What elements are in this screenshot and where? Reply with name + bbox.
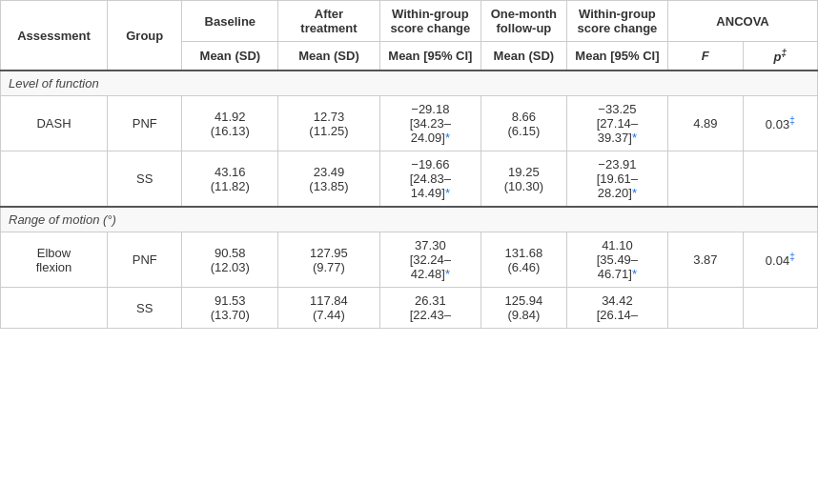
p-value-link[interactable]: ‡ [789,117,795,131]
col-header-baseline: Baseline [182,1,278,42]
cell-one-month: 131.68 (6.46) [481,232,567,288]
table-row: SS43.16 (11.82)23.49 (13.85)−19.66 [24.8… [1,151,818,208]
cell-assessment: DASH [1,96,108,151]
col-header-after-treatment: After treatment [278,1,379,42]
cell-p: 0.04‡ [743,232,817,288]
section-label: Level of function [1,71,818,96]
cell-p [743,151,817,208]
within-group-2-link[interactable]: * [632,267,637,281]
cell-after-treatment: 127.95 (9.77) [278,232,379,288]
within-group-1-link[interactable]: * [445,267,450,281]
col-header-within-group-2: Within-group score change [566,1,667,42]
cell-group: PNF [108,96,182,151]
cell-p: 0.03‡ [743,96,817,151]
within-group-1-link[interactable]: * [445,131,450,145]
subheader-f: F [668,42,743,71]
cell-within-group-2: 41.10 [35.49– 46.71]* [566,232,667,288]
cell-group: SS [108,151,182,208]
cell-within-group-1: 37.30 [32.24– 42.48]* [379,232,481,288]
cell-within-group-1: −29.18 [34.23– 24.09]* [379,96,481,151]
cell-within-group-2: −23.91 [19.61– 28.20]* [566,151,667,208]
cell-one-month: 8.66 (6.15) [481,96,567,151]
within-group-1-link[interactable]: * [445,186,450,200]
section-label: Range of motion (°) [1,207,818,232]
header-row-top: Assessment Group Baseline After treatmen… [1,1,818,42]
cell-baseline: 41.92 (16.13) [182,96,278,151]
p-value-link[interactable]: ‡ [789,253,795,268]
subheader-p: p‡ [743,42,817,71]
cell-after-treatment: 23.49 (13.85) [278,151,379,208]
cell-within-group-1: −19.66 [24.83– 14.49]* [379,151,481,208]
cell-after-treatment: 12.73 (11.25) [278,96,379,151]
table-row: Elbow flexionPNF90.58 (12.03)127.95 (9.7… [1,232,818,288]
cell-group: SS [108,288,182,329]
col-header-ancova: ANCOVA [668,1,818,42]
cell-one-month: 19.25 (10.30) [481,151,567,208]
subheader-within-group-1: Mean [95% CI] [379,42,481,71]
cell-f [668,288,743,329]
within-group-2-link[interactable]: * [632,131,637,145]
table-row: DASHPNF41.92 (16.13)12.73 (11.25)−29.18 … [1,96,818,151]
cell-assessment: Elbow flexion [1,232,108,288]
cell-f: 3.87 [668,232,743,288]
cell-baseline: 43.16 (11.82) [182,151,278,208]
table-body: Level of functionDASHPNF41.92 (16.13)12.… [1,71,818,329]
cell-within-group-2: 34.42 [26.14– [566,288,667,329]
section-row: Range of motion (°) [1,207,818,232]
within-group-2-link[interactable]: * [632,186,637,200]
section-row: Level of function [1,71,818,96]
col-header-assessment: Assessment [1,1,108,71]
cell-f [668,151,743,208]
subheader-after-treatment: Mean (SD) [278,42,379,71]
subheader-baseline: Mean (SD) [182,42,278,71]
cell-assessment [1,288,108,329]
cell-assessment [1,151,108,208]
cell-after-treatment: 117.84 (7.44) [278,288,379,329]
cell-within-group-1: 26.31 [22.43– [379,288,481,329]
subheader-one-month: Mean (SD) [481,42,567,71]
cell-f: 4.89 [668,96,743,151]
col-header-within-group-1: Within-group score change [379,1,481,42]
main-table-container: Assessment Group Baseline After treatmen… [0,0,818,329]
cell-one-month: 125.94 (9.84) [481,288,567,329]
cell-within-group-2: −33.25 [27.14– 39.37]* [566,96,667,151]
table-row: SS91.53 (13.70)117.84 (7.44)26.31 [22.43… [1,288,818,329]
col-header-one-month: One-month follow-up [481,1,567,42]
subheader-within-group-2: Mean [95% CI] [566,42,667,71]
col-header-group: Group [108,1,182,71]
cell-baseline: 90.58 (12.03) [182,232,278,288]
cell-group: PNF [108,232,182,288]
cell-baseline: 91.53 (13.70) [182,288,278,329]
data-table: Assessment Group Baseline After treatmen… [0,0,818,329]
cell-p [743,288,817,329]
